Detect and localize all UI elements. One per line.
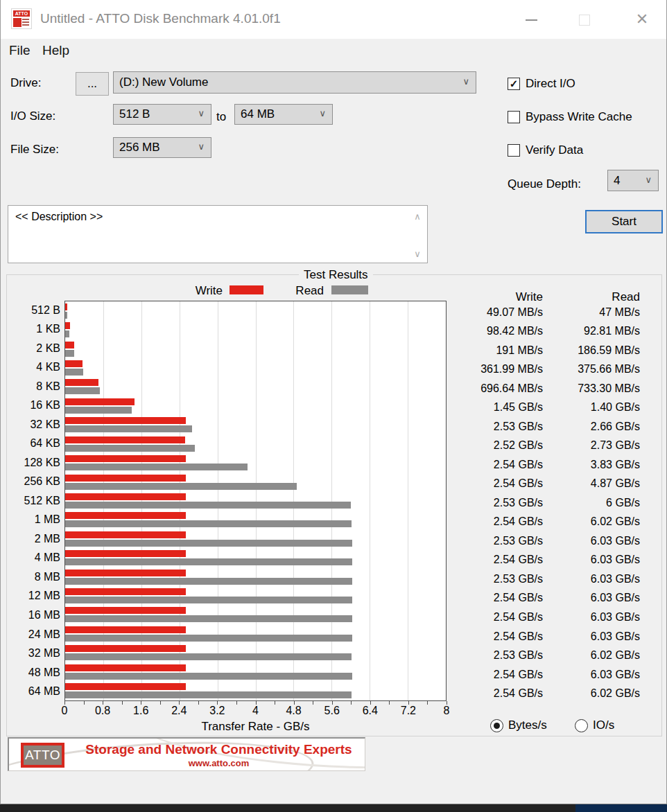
write-value: 191 MB/s xyxy=(453,341,543,360)
app-icon: ATTO xyxy=(11,8,32,29)
write-value: 49.07 MB/s xyxy=(453,303,543,322)
write-value: 1.45 GB/s xyxy=(453,398,543,418)
read-value: 92.81 MB/s xyxy=(543,322,640,342)
write-value: 696.64 MB/s xyxy=(453,379,543,398)
read-value: 3.83 GB/s xyxy=(543,455,640,475)
io-radio[interactable] xyxy=(575,719,588,732)
value-row: 2.54 GB/s6.03 GB/s xyxy=(453,589,640,608)
write-value: 2.54 GB/s xyxy=(453,627,543,646)
write-swatch xyxy=(229,285,263,294)
close-button[interactable]: ✕ xyxy=(621,0,663,39)
drive-select[interactable]: (D:) New Volume ∨ xyxy=(113,71,476,94)
bytes-radio[interactable] xyxy=(490,719,503,732)
read-value: 6.03 GB/s xyxy=(543,627,640,646)
read-value: 6.03 GB/s xyxy=(543,608,640,627)
bytes-radio-row: Bytes/s xyxy=(490,718,547,732)
verify-data-checkbox[interactable] xyxy=(508,144,520,157)
value-row: 2.53 GB/s6.02 GB/s xyxy=(453,646,640,665)
value-row: 2.54 GB/s6.02 GB/s xyxy=(453,513,640,532)
minimize-button[interactable] xyxy=(510,0,552,39)
bypass-write-cache-label: Bypass Write Cache xyxy=(526,110,632,124)
window-title: Untitled - ATTO Disk Benchmark 4.01.0f1 xyxy=(40,11,281,26)
value-row: 2.53 GB/s6 GB/s xyxy=(453,493,640,513)
menu-file[interactable]: File xyxy=(6,42,33,60)
bypass-write-cache-checkbox-row: Bypass Write Cache xyxy=(508,110,632,124)
io-size-to-select[interactable]: 64 MB ∨ xyxy=(234,104,333,125)
write-value: 2.54 GB/s xyxy=(453,513,543,532)
description-input[interactable]: << Description >> ∧ ∨ xyxy=(8,205,428,263)
read-value: 6.02 GB/s xyxy=(543,646,640,665)
io-size-from-select[interactable]: 512 B ∨ xyxy=(113,104,211,125)
scroll-up-icon[interactable]: ∧ xyxy=(410,211,424,222)
value-row: 2.54 GB/s4.87 GB/s xyxy=(453,475,640,494)
read-value: 6 GB/s xyxy=(543,493,640,513)
title-bar: ATTO Untitled - ATTO Disk Benchmark 4.01… xyxy=(1,0,666,39)
bypass-write-cache-checkbox[interactable] xyxy=(508,111,520,123)
chevron-down-icon: ∨ xyxy=(462,76,469,87)
read-value: 2.73 GB/s xyxy=(543,436,640,456)
read-value: 186.59 MB/s xyxy=(543,341,640,360)
read-value: 2.66 GB/s xyxy=(543,417,640,436)
read-value: 6.03 GB/s xyxy=(543,551,640,570)
queue-depth-value: 4 xyxy=(614,174,620,188)
direct-io-checkbox[interactable]: ✓ xyxy=(508,78,520,90)
write-value: 2.54 GB/s xyxy=(453,665,543,685)
io-size-label: I/O Size: xyxy=(10,109,55,123)
read-value: 4.87 GB/s xyxy=(543,475,640,494)
description-text: << Description >> xyxy=(15,211,103,222)
menu-help[interactable]: Help xyxy=(40,42,72,60)
atto-logo: ATTO xyxy=(21,743,64,768)
direct-io-checkbox-row: ✓ Direct I/O xyxy=(508,77,575,91)
close-icon: ✕ xyxy=(636,10,648,28)
read-value: 6.02 GB/s xyxy=(543,684,640,703)
io-to-label: to xyxy=(216,110,226,124)
value-row: 2.53 GB/s6.03 GB/s xyxy=(453,531,640,551)
write-value: 98.42 MB/s xyxy=(453,322,543,342)
value-row: 2.53 GB/s2.66 GB/s xyxy=(453,417,640,436)
write-value: 2.54 GB/s xyxy=(453,589,543,608)
app-window: ATTO Untitled - ATTO Disk Benchmark 4.01… xyxy=(0,0,667,804)
browse-button[interactable]: ... xyxy=(76,72,109,96)
value-row: 49.07 MB/s47 MB/s xyxy=(453,303,640,322)
values-table: 49.07 MB/s47 MB/s98.42 MB/s92.81 MB/s191… xyxy=(453,303,640,703)
chevron-down-icon: ∨ xyxy=(645,175,652,185)
maximize-icon xyxy=(579,15,590,26)
atto-logo-text: ATTO xyxy=(25,748,60,763)
value-row: 2.54 GB/s6.03 GB/s xyxy=(453,551,640,570)
file-size-value: 256 MB xyxy=(119,141,160,155)
scroll-down-icon[interactable]: ∨ xyxy=(410,249,424,259)
atto-banner: ATTO Storage and Network Connectivity Ex… xyxy=(8,737,365,771)
read-value: 375.66 MB/s xyxy=(543,360,640,380)
write-value: 2.54 GB/s xyxy=(453,551,543,570)
bytes-radio-label: Bytes/s xyxy=(508,718,547,732)
value-row: 2.54 GB/s6.03 GB/s xyxy=(453,608,640,627)
maximize-button[interactable] xyxy=(564,0,605,39)
menu-bar: File Help xyxy=(1,39,666,62)
legend-write-label: Write xyxy=(167,284,223,298)
read-value: 1.40 GB/s xyxy=(543,398,640,418)
io-radio-row: IO/s xyxy=(575,718,614,732)
check-icon: ✓ xyxy=(510,78,519,90)
start-button[interactable]: Start xyxy=(585,210,663,233)
write-value: 2.53 GB/s xyxy=(453,417,543,436)
io-size-to-value: 64 MB xyxy=(241,107,275,121)
drive-select-value: (D:) New Volume xyxy=(119,76,208,89)
read-value: 6.03 GB/s xyxy=(543,589,640,608)
value-row: 2.54 GB/s3.83 GB/s xyxy=(453,455,640,475)
write-value: 2.54 GB/s xyxy=(453,684,543,703)
minimize-icon xyxy=(526,19,537,21)
direct-io-label: Direct I/O xyxy=(526,77,575,91)
test-results-title: Test Results xyxy=(299,268,373,282)
read-value: 6.03 GB/s xyxy=(543,665,640,685)
io-radio-label: IO/s xyxy=(593,718,614,732)
value-row: 2.54 GB/s6.03 GB/s xyxy=(453,665,640,685)
desktop-strip xyxy=(0,804,667,812)
queue-depth-select[interactable]: 4 ∨ xyxy=(607,170,659,191)
read-column-header: Read xyxy=(543,290,640,304)
read-value: 6.03 GB/s xyxy=(543,570,640,589)
write-value: 2.53 GB/s xyxy=(453,531,543,551)
chevron-down-icon: ∨ xyxy=(198,108,205,118)
value-row: 1.45 GB/s1.40 GB/s xyxy=(453,398,640,418)
file-size-select[interactable]: 256 MB ∨ xyxy=(113,137,211,158)
legend-read-label: Read xyxy=(285,284,324,298)
